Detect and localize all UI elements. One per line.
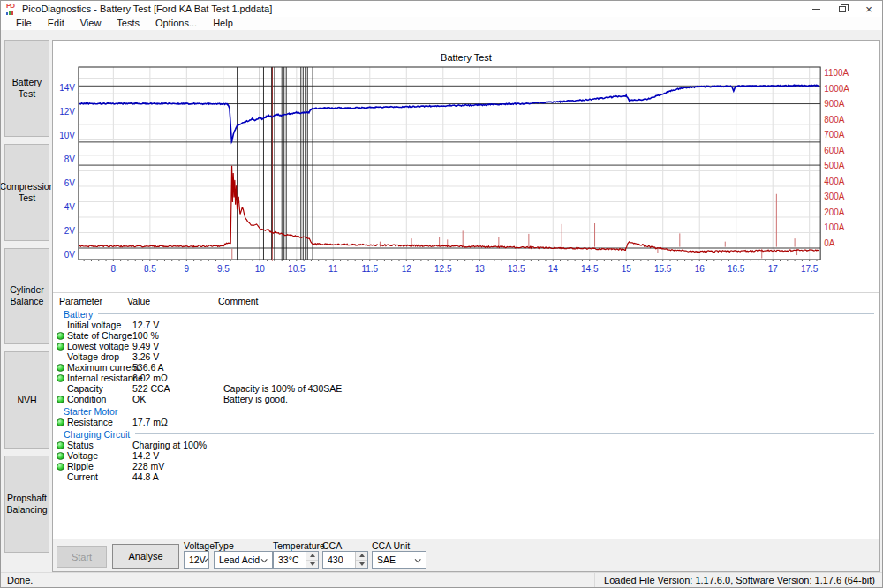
- param-row-internal-resistance: Internal resistance6.02 mΩ: [53, 373, 879, 383]
- section-header-battery: Battery: [53, 308, 879, 320]
- status-led-icon: [53, 343, 67, 351]
- restore-button[interactable]: [829, 1, 856, 17]
- param-row-maximum-current: Maximum current536.6 A: [53, 362, 879, 373]
- svg-text:12V: 12V: [59, 107, 75, 117]
- table-header-value: Value: [127, 296, 218, 307]
- svg-text:500A: 500A: [824, 161, 845, 170]
- status-text: Done.: [1, 575, 33, 585]
- svg-text:6V: 6V: [64, 178, 76, 188]
- svg-text:8.5: 8.5: [144, 264, 156, 274]
- svg-text:0V: 0V: [64, 250, 76, 260]
- svg-text:13: 13: [475, 264, 486, 274]
- menu-item-help[interactable]: Help: [205, 17, 241, 30]
- chevron-down-icon: [261, 556, 268, 562]
- param-row-ripple: Ripple228 mV: [53, 461, 879, 471]
- temperature-stepper[interactable]: 33°C: [273, 551, 319, 569]
- svg-text:15: 15: [622, 264, 632, 274]
- arrow-down-icon: [310, 562, 315, 566]
- svg-text:600A: 600A: [824, 146, 845, 155]
- menu-item-file[interactable]: File: [8, 17, 40, 30]
- svg-text:17: 17: [768, 264, 779, 274]
- section-header-starter-motor: Starter Motor: [53, 405, 879, 417]
- svg-text:4V: 4V: [64, 202, 76, 212]
- stepper-down-button[interactable]: [356, 561, 367, 569]
- voltage-select[interactable]: 12V: [184, 551, 209, 569]
- svg-text:14.5: 14.5: [581, 264, 599, 274]
- svg-text:11: 11: [328, 264, 338, 274]
- table-body: BatteryInitial voltage12.7 VState of Cha…: [53, 308, 879, 482]
- menu-item-edit[interactable]: Edit: [40, 17, 72, 30]
- start-button[interactable]: Start: [57, 546, 107, 568]
- status-led-icon: [53, 441, 67, 449]
- param-row-condition: ConditionOKBattery is good.: [53, 394, 879, 404]
- controls-strip: Start Analyse Voltage12VTypeLead AcidTem…: [53, 539, 879, 571]
- table-header-parameter: Parameter: [53, 296, 127, 307]
- svg-text:9.5: 9.5: [217, 264, 230, 274]
- svg-text:1000A: 1000A: [824, 84, 849, 94]
- param-row-initial-voltage: Initial voltage12.7 V: [53, 320, 879, 330]
- stepper-up-button[interactable]: [356, 552, 367, 561]
- svg-text:700A: 700A: [824, 130, 845, 139]
- svg-text:13.5: 13.5: [508, 264, 525, 274]
- sidebar-item-battery-test[interactable]: Battery Test: [4, 40, 49, 137]
- svg-text:17.5: 17.5: [801, 264, 819, 274]
- cca-field: CCA430: [322, 540, 368, 569]
- status-led-icon: [53, 463, 67, 471]
- sidebar-item-cylinder-balance[interactable]: Cylinder Balance: [4, 248, 49, 345]
- arrow-up-icon: [310, 554, 315, 557]
- voltage-field: Voltage12V: [184, 540, 209, 569]
- main-panel: Battery Test 0V2V4V6V8V10V12V14V0A100A20…: [52, 40, 880, 572]
- svg-text:12.5: 12.5: [434, 264, 452, 274]
- close-button[interactable]: ×: [856, 1, 882, 17]
- status-led-icon: [53, 364, 67, 372]
- param-row-status: StatusCharging at 100%: [53, 440, 879, 450]
- svg-text:800A: 800A: [824, 115, 845, 124]
- table-header-comment: Comment: [218, 296, 879, 307]
- cca-unit-field: CCA UnitSAE: [372, 540, 426, 569]
- window-title: PicoDiagnostics - Battery Test [Ford KA …: [22, 4, 272, 14]
- cca-unit-select[interactable]: SAE: [372, 551, 426, 569]
- status-led-icon: [53, 396, 67, 403]
- svg-text:10.5: 10.5: [288, 264, 306, 274]
- param-row-lowest-voltage: Lowest voltage9.49 V: [53, 341, 879, 351]
- param-row-voltage: Voltage14.2 V: [53, 450, 879, 461]
- param-row-current: Current44.8 A: [53, 471, 879, 482]
- stepper-down-button[interactable]: [306, 561, 318, 569]
- version-text: Loaded File Version: 1.17.6.0, Software …: [594, 573, 882, 587]
- svg-text:100A: 100A: [824, 222, 845, 232]
- svg-text:400A: 400A: [824, 177, 845, 186]
- param-row-voltage-drop: Voltage drop3.26 V: [53, 351, 879, 362]
- svg-text:300A: 300A: [824, 192, 845, 201]
- close-icon: ×: [865, 4, 872, 15]
- param-row-resistance: Resistance17.7 mΩ: [53, 417, 879, 427]
- status-bar: Done. Loaded File Version: 1.17.6.0, Sof…: [1, 572, 882, 587]
- svg-text:16.5: 16.5: [728, 264, 745, 274]
- table-header-row: Parameter Value Comment: [53, 296, 879, 307]
- status-led-icon: [53, 374, 67, 382]
- sidebar-item-nvh[interactable]: NVH: [4, 351, 49, 449]
- svg-text:14: 14: [548, 264, 559, 274]
- param-row-state-of-charge: State of Charge100 %: [53, 330, 879, 341]
- cca-stepper[interactable]: 430: [322, 551, 368, 569]
- sidebar-item-propshaft-balancing[interactable]: Propshaft Balancing: [4, 456, 49, 553]
- menu-item-view[interactable]: View: [72, 17, 109, 30]
- title-bar: PD PicoDiagnostics - Battery Test [Ford …: [1, 1, 882, 17]
- analyse-button[interactable]: Analyse: [112, 544, 179, 569]
- svg-text:11.5: 11.5: [361, 264, 378, 274]
- arrow-down-icon: [359, 562, 365, 566]
- parameter-table: Parameter Value Comment BatteryInitial v…: [53, 292, 879, 539]
- app-icon: PD: [6, 4, 18, 15]
- svg-text:2V: 2V: [64, 226, 76, 236]
- sidebar-item-compression-test[interactable]: Compression Test: [4, 144, 49, 241]
- svg-text:900A: 900A: [824, 99, 845, 109]
- menu-item-tests[interactable]: Tests: [109, 17, 147, 30]
- app-window: PD PicoDiagnostics - Battery Test [Ford …: [0, 0, 883, 588]
- type-select[interactable]: Lead Acid: [214, 551, 273, 569]
- menu-item-options[interactable]: Options...: [147, 17, 205, 30]
- svg-text:0A: 0A: [824, 238, 835, 248]
- chart-plot: 0V2V4V6V8V10V12V14V0A100A200A300A400A500…: [53, 41, 879, 292]
- restore-icon: [839, 6, 846, 12]
- stepper-up-button[interactable]: [306, 552, 318, 561]
- svg-text:15.5: 15.5: [654, 264, 672, 274]
- minimize-button[interactable]: [803, 1, 829, 17]
